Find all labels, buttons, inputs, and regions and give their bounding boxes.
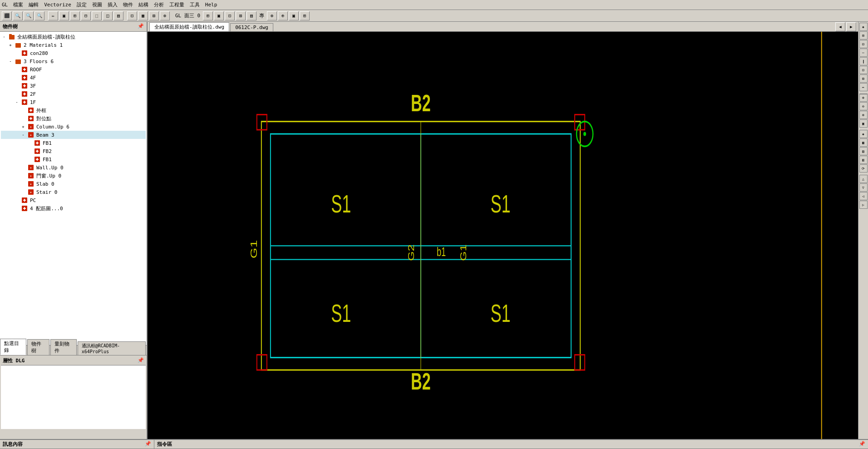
- toolbar-btn-22[interactable]: ⊕: [278, 11, 288, 20]
- tree-panel-pin[interactable]: 📌: [138, 23, 144, 30]
- tab-nav-prev[interactable]: ◀: [835, 22, 845, 31]
- tree-item-4f[interactable]: 4F: [1, 74, 146, 82]
- rt-btn-3[interactable]: ⊟: [859, 40, 868, 48]
- toolbar-btn-3[interactable]: 🔍: [24, 11, 34, 20]
- message-pin[interactable]: 📌: [145, 441, 151, 448]
- toolbar-btn-1[interactable]: ⬛: [2, 11, 12, 20]
- tree-item-fb1b[interactable]: FB1: [1, 155, 146, 163]
- tree-expand-1f[interactable]: -: [14, 99, 20, 105]
- toolbar-btn-10[interactable]: ◫: [103, 11, 113, 20]
- tree-label-fb1a[interactable]: FB1: [42, 140, 52, 146]
- rt-btn-13[interactable]: ◈: [859, 130, 868, 138]
- rt-btn-5[interactable]: ∥: [859, 57, 868, 65]
- rt-btn-9[interactable]: ⊕: [859, 94, 868, 102]
- tree-item-fb1a[interactable]: FB1: [1, 139, 146, 147]
- tree-expand-colup[interactable]: +: [20, 123, 26, 130]
- rt-btn-15[interactable]: ▤: [859, 147, 868, 155]
- tree-label-door[interactable]: 門窗.Up 0: [35, 173, 61, 179]
- tree-label-slab[interactable]: Slab 0: [35, 181, 54, 187]
- tree-label-floors[interactable]: 3 Floors 6: [23, 59, 54, 64]
- tree-label-beam[interactable]: Beam 3: [35, 132, 54, 138]
- rt-btn-17[interactable]: ⟳: [859, 164, 868, 173]
- toolbar-btn-21[interactable]: ⊗: [267, 11, 277, 20]
- toolbar-btn-5[interactable]: ✏: [48, 11, 58, 20]
- cad-viewport[interactable]: B2 B2 S1 S1 S1 S1 G1 G2 b1 G1: [148, 32, 858, 439]
- menu-tools[interactable]: 工具: [190, 1, 200, 8]
- tree-item-wallup[interactable]: ✦ Wall.Up 0: [1, 163, 146, 172]
- toolbar-btn-9[interactable]: ⬚: [92, 11, 102, 20]
- tab-quantity[interactable]: 量刻物件: [50, 339, 77, 355]
- tree-label-root[interactable]: 全結構面原始檔-讀取柱位: [16, 34, 75, 40]
- tree-label-mat[interactable]: 2 Materials 1: [23, 42, 63, 48]
- rt-btn-20[interactable]: ◁: [859, 192, 868, 200]
- rt-btn-21[interactable]: ▷: [859, 201, 868, 209]
- toolbar-btn-23[interactable]: ▣: [289, 11, 299, 20]
- tree-item-1f[interactable]: - 1F: [1, 98, 146, 106]
- tree-item-stair[interactable]: ✦ Stair 0: [1, 188, 146, 196]
- rt-btn-7[interactable]: ⊠: [859, 74, 868, 83]
- tree-label-config[interactable]: 4 配筋圖...0: [29, 205, 63, 212]
- tree-item-beam[interactable]: - ✦ Beam 3: [1, 131, 146, 139]
- menu-insert[interactable]: 插入: [108, 1, 118, 8]
- tree-label-con[interactable]: con280: [29, 50, 48, 56]
- menu-quantity[interactable]: 工程量: [169, 1, 184, 8]
- menu-vectorize[interactable]: Vectorize: [44, 2, 71, 8]
- tree-item-floors[interactable]: - 3 Floors 6: [1, 57, 146, 65]
- rt-btn-4[interactable]: —: [859, 49, 868, 57]
- toolbar-btn-2[interactable]: 🔍: [13, 11, 23, 20]
- tab-point-dir[interactable]: 點選目錄: [0, 339, 26, 355]
- rt-btn-18[interactable]: △: [859, 175, 868, 183]
- tree-item-materials[interactable]: + 2 Materials 1: [1, 41, 146, 49]
- tree-expand-floors[interactable]: -: [7, 58, 14, 64]
- rt-btn-10[interactable]: ⊖: [859, 102, 868, 110]
- tree-label-stair[interactable]: Stair 0: [35, 189, 57, 195]
- menu-file[interactable]: 檔案: [13, 1, 23, 8]
- tree-label-roof[interactable]: ROOF: [29, 67, 42, 73]
- menu-structure[interactable]: 結構: [138, 1, 148, 8]
- tab-nav-next[interactable]: ▶: [846, 22, 856, 31]
- drawing-tab-2[interactable]: 0612C-P.dwg: [230, 23, 273, 31]
- tree-item-root[interactable]: - 全結構面原始檔-讀取柱位: [1, 33, 146, 41]
- toolbar-btn-14[interactable]: ⊠: [149, 11, 159, 20]
- tree-label-fb2[interactable]: FB2: [42, 148, 52, 154]
- tree-item-3f[interactable]: 3F: [1, 82, 146, 90]
- rt-btn-16[interactable]: ▥: [859, 156, 868, 164]
- toolbar-btn-20[interactable]: ▤: [247, 11, 256, 20]
- tree-item-outer[interactable]: 外框: [1, 106, 146, 114]
- rt-btn-14[interactable]: ▦: [859, 138, 868, 147]
- tree-label-3f[interactable]: 3F: [29, 83, 36, 89]
- tab-object-tree[interactable]: 物件樹: [27, 339, 49, 355]
- tab-comm[interactable]: 通訊框@RCADBIM-x64ProPlus: [78, 341, 146, 355]
- tree-item-con280[interactable]: con280: [1, 49, 146, 57]
- tree-label-wallup[interactable]: Wall.Up 0: [35, 165, 64, 171]
- menu-object[interactable]: 物件: [123, 1, 133, 8]
- tree-item-align[interactable]: 對位點: [1, 114, 146, 123]
- toolbar-btn-12[interactable]: ⊡: [127, 11, 137, 20]
- rt-btn-11[interactable]: ⊗: [859, 111, 868, 119]
- command-pin[interactable]: 📌: [859, 441, 865, 448]
- tree-expand-mat[interactable]: +: [7, 42, 14, 48]
- tree-label-1f[interactable]: 1F: [29, 99, 36, 105]
- tree-item-pc[interactable]: PC: [1, 196, 146, 204]
- tree-label-2f[interactable]: 2F: [29, 91, 36, 97]
- tree-item-columnup[interactable]: + ✦ Column.Up 6: [1, 123, 146, 131]
- tree-label-fb1b[interactable]: FB1: [42, 157, 52, 163]
- rt-btn-2[interactable]: ⊞: [859, 31, 868, 39]
- rt-btn-12[interactable]: ▣: [859, 119, 868, 128]
- tree-item-roof[interactable]: ROOF: [1, 65, 146, 74]
- menu-view[interactable]: 視圖: [92, 1, 102, 8]
- toolbar-btn-7[interactable]: ⊞: [70, 11, 80, 20]
- toolbar-btn-8[interactable]: ⊟: [81, 11, 91, 20]
- drawing-tab-1[interactable]: 全結構面原始檔-讀取柱位.dwg: [149, 22, 229, 31]
- rt-btn-6[interactable]: ⊡: [859, 66, 868, 74]
- rt-btn-8[interactable]: ↔: [859, 83, 868, 91]
- menu-gl[interactable]: GL: [2, 2, 8, 8]
- tree-item-2f[interactable]: 2F: [1, 90, 146, 98]
- tree-label-outer[interactable]: 外框: [35, 107, 46, 114]
- toolbar-btn-18[interactable]: ⊡: [225, 11, 235, 20]
- toolbar-btn-15[interactable]: ⊗: [160, 11, 170, 20]
- menu-settings[interactable]: 設定: [77, 1, 87, 8]
- toolbar-btn-16[interactable]: ⊞: [203, 11, 213, 20]
- toolbar-btn-4[interactable]: 🔍: [35, 11, 44, 20]
- rt-btn-1[interactable]: ◈: [859, 23, 868, 31]
